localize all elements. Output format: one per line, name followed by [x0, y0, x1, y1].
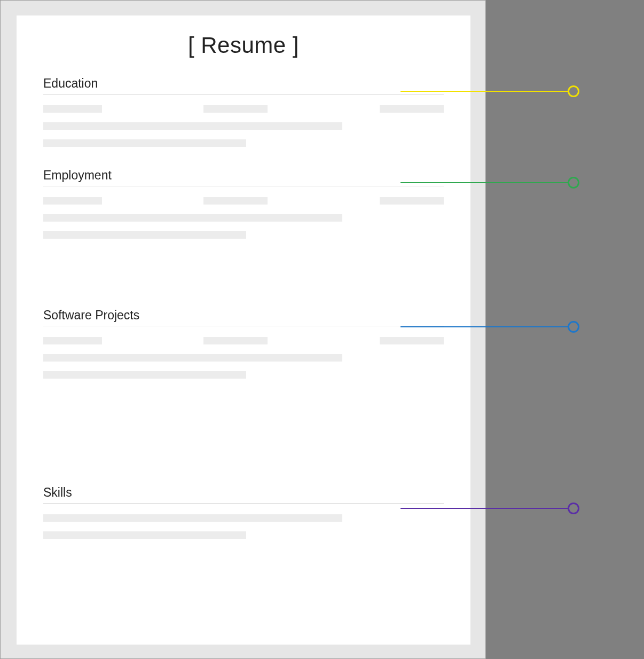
callout-line [400, 182, 569, 183]
placeholder-row [43, 105, 444, 113]
placeholder-bar [43, 514, 342, 522]
placeholder-bar [380, 105, 444, 113]
placeholder-bar [203, 337, 268, 344]
placeholder-row [43, 214, 444, 222]
section-heading-skills: Skills [43, 485, 444, 500]
section-heading-software-projects: Software Projects [43, 308, 444, 323]
section-rule [43, 94, 444, 95]
placeholder-bar [380, 197, 444, 205]
callout-employment [400, 182, 579, 183]
placeholder-bar [43, 214, 342, 222]
page-title: [ Resume ] [43, 33, 444, 58]
placeholder-bar [43, 122, 342, 130]
placeholder-row [43, 231, 444, 239]
placeholder-bar [43, 105, 102, 113]
resume-page: [ Resume ] Education Employment [17, 15, 470, 645]
section-heading-education: Education [43, 76, 444, 91]
placeholder-row [43, 354, 444, 362]
callout-line [400, 326, 569, 327]
callout-circle-icon [568, 85, 579, 97]
callout-skills [400, 508, 579, 509]
callout-circle-icon [568, 177, 579, 189]
placeholder-bar [380, 337, 444, 344]
placeholder-bar [43, 197, 102, 205]
callout-education [400, 91, 579, 92]
placeholder-bar [43, 139, 246, 147]
placeholder-row [43, 514, 444, 522]
placeholder-bar [43, 354, 342, 362]
section-rule [43, 186, 444, 186]
callout-line [400, 508, 569, 509]
placeholder-bar [43, 231, 246, 239]
callout-line [400, 91, 569, 92]
placeholder-row [43, 531, 444, 539]
section-rule [43, 326, 444, 326]
callout-circle-icon [568, 321, 579, 333]
placeholder-row [43, 197, 444, 205]
placeholder-row [43, 122, 444, 130]
placeholder-bar [43, 337, 102, 344]
placeholder-row [43, 337, 444, 344]
callout-circle-icon [568, 503, 579, 514]
section-heading-employment: Employment [43, 168, 444, 183]
section-rule [43, 503, 444, 504]
placeholder-bar [203, 105, 268, 113]
placeholder-bar [43, 531, 246, 539]
placeholder-row [43, 139, 444, 147]
placeholder-bar [203, 197, 268, 205]
placeholder-bar [43, 371, 246, 379]
placeholder-row [43, 371, 444, 379]
document-frame: [ Resume ] Education Employment [0, 0, 486, 659]
callout-software-projects [400, 326, 579, 327]
